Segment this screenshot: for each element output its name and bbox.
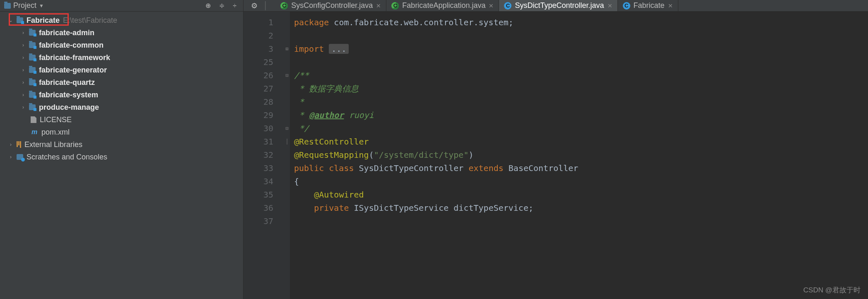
line-number: 26 <box>244 69 273 82</box>
library-icon <box>17 141 21 148</box>
line-number: 27 <box>244 82 273 95</box>
chevron-right-icon[interactable]: › <box>21 42 26 48</box>
module-folder-icon <box>29 42 36 48</box>
chevron-right-icon[interactable]: › <box>21 30 26 36</box>
maven-icon: m <box>31 128 38 136</box>
fold-marker[interactable] <box>284 148 290 162</box>
project-toolbar: ⊕ ≑ ÷ <box>205 2 243 10</box>
gutter: 12325262728293031323334353637 <box>244 12 284 299</box>
project-label: Project <box>13 1 36 10</box>
module-name: fabricate-system <box>39 91 98 99</box>
chevron-right-icon[interactable]: › <box>21 92 26 98</box>
fold-marker[interactable] <box>284 175 290 188</box>
tree-module[interactable]: ›fabricate-generator <box>0 64 243 76</box>
chevron-right-icon[interactable]: › <box>21 104 26 110</box>
tree-root[interactable]: ⌄ Fabricate E:\test\Fabricate <box>0 14 243 27</box>
editor-settings-zone: ⚙ │ <box>244 0 275 11</box>
fold-marker[interactable] <box>284 16 290 29</box>
tab-label: FabricateApplication.java <box>402 1 485 10</box>
tree-module[interactable]: ›fabricate-framework <box>0 51 243 64</box>
module-name: fabricate-framework <box>39 53 110 62</box>
tree-module[interactable]: ›fabricate-common <box>0 39 243 51</box>
tree-file[interactable]: mpom.xml <box>0 126 243 138</box>
fold-marker[interactable] <box>284 109 290 122</box>
watermark: CSDN @君故于时 <box>803 285 861 295</box>
chevron-right-icon[interactable]: › <box>21 67 26 73</box>
tab[interactable]: CSysDictTypeController.java✕ <box>499 0 617 11</box>
chevron-right-icon[interactable]: › <box>21 80 26 85</box>
line-number: 3 <box>244 42 273 55</box>
module-folder-icon <box>29 80 36 85</box>
separator: │ <box>263 1 268 10</box>
code-line: @RequestMapping("/system/dict/type") <box>294 148 578 162</box>
tree-extra[interactable]: ›Scratches and Consoles <box>0 151 243 163</box>
fold-marker[interactable] <box>284 55 290 69</box>
fold-marker[interactable] <box>284 95 290 109</box>
line-number: 30 <box>244 122 273 135</box>
tree-module[interactable]: ›fabricate-system <box>0 89 243 101</box>
fold-marker[interactable]: ⊞ <box>284 42 290 55</box>
locate-icon[interactable]: ⊕ <box>205 2 211 10</box>
fold-marker[interactable]: │ <box>284 135 290 148</box>
code-line: */ <box>294 122 578 135</box>
tab[interactable]: CSysConfigController.java✕ <box>275 0 386 11</box>
line-number: 36 <box>244 201 273 215</box>
fold-marker[interactable]: ⊟ <box>284 69 290 82</box>
file-icon <box>31 116 36 123</box>
module-name: fabricate-common <box>39 41 104 50</box>
fold-marker[interactable] <box>284 82 290 95</box>
chevron-right-icon[interactable]: › <box>8 154 13 160</box>
tree-extra[interactable]: ›External Libraries <box>0 138 243 151</box>
code-area[interactable]: package com.fabricate.web.controller.sys… <box>290 12 578 299</box>
project-panel-header: Project ▼ ⊕ ≑ ÷ <box>0 0 244 11</box>
tab-label: SysConfigController.java <box>291 1 373 10</box>
line-number: 29 <box>244 109 273 122</box>
file-name: pom.xml <box>41 128 70 137</box>
tab[interactable]: CFabricate✕ <box>618 0 678 11</box>
close-icon[interactable]: ✕ <box>668 2 673 9</box>
collapse-all-icon[interactable]: ÷ <box>233 2 236 10</box>
module-name: fabricate-quartz <box>39 78 95 87</box>
fold-marker[interactable] <box>284 215 290 228</box>
module-folder-icon <box>17 17 23 23</box>
close-icon[interactable]: ✕ <box>608 2 612 9</box>
fold-marker[interactable]: ⊟ <box>284 122 290 135</box>
close-icon[interactable]: ✕ <box>489 2 494 9</box>
line-number: 33 <box>244 162 273 175</box>
extra-name: External Libraries <box>24 140 82 149</box>
chevron-down-icon: ▼ <box>39 3 44 9</box>
chevron-down-icon[interactable]: ⌄ <box>8 17 13 23</box>
scratch-icon <box>17 154 23 160</box>
gear-icon[interactable]: ⚙ <box>251 1 258 10</box>
extra-name: Scratches and Consoles <box>27 153 107 162</box>
code-editor[interactable]: 12325262728293031323334353637 ⊞ ⊟ ⊟│ pac… <box>244 12 868 299</box>
project-tree[interactable]: ⌄ Fabricate E:\test\Fabricate ›fabricate… <box>0 12 244 299</box>
chevron-right-icon[interactable]: › <box>8 142 13 147</box>
code-line: @RestController <box>294 135 578 148</box>
tab[interactable]: CFabricateApplication.java✕ <box>386 0 499 11</box>
file-name: LICENSE <box>40 116 72 124</box>
tree-module[interactable]: ›fabricate-admin <box>0 27 243 39</box>
fold-marker[interactable] <box>284 188 290 201</box>
project-view-selector[interactable]: Project ▼ <box>4 1 203 10</box>
close-icon[interactable]: ✕ <box>376 2 381 9</box>
code-line: /** <box>294 69 578 82</box>
module-name: fabricate-admin <box>39 29 94 37</box>
class-icon: C <box>623 2 630 10</box>
tree-file[interactable]: LICENSE <box>0 113 243 126</box>
tree-module[interactable]: ›produce-manage <box>0 101 243 113</box>
fold-marker[interactable] <box>284 201 290 215</box>
code-line: * 数据字典信息 <box>294 82 578 95</box>
code-line <box>294 29 578 42</box>
code-line: private ISysDictTypeService dictTypeServ… <box>294 201 578 215</box>
module-folder-icon <box>29 67 36 73</box>
module-name: produce-manage <box>39 103 99 112</box>
fold-column[interactable]: ⊞ ⊟ ⊟│ <box>284 12 290 299</box>
code-line: package com.fabricate.web.controller.sys… <box>294 16 578 29</box>
tree-module[interactable]: ›fabricate-quartz <box>0 76 243 89</box>
code-line <box>294 215 578 228</box>
expand-all-icon[interactable]: ≑ <box>219 2 224 10</box>
fold-marker[interactable] <box>284 29 290 42</box>
chevron-right-icon[interactable]: › <box>21 55 26 60</box>
fold-marker[interactable] <box>284 162 290 175</box>
